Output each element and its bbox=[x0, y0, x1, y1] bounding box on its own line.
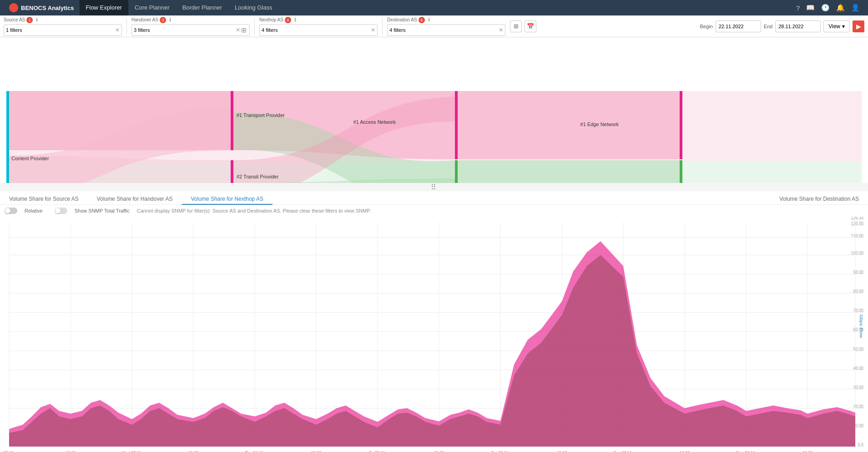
volume-tabs: Volume Share for Source AS Volume Share … bbox=[0, 191, 868, 205]
x-label-12-6: 12:00 bbox=[680, 450, 690, 452]
nexthop-as-badge: 4 bbox=[285, 17, 291, 23]
nav-flow-explorer[interactable]: Flow Explorer bbox=[80, 0, 128, 15]
snmp-toggle-knob bbox=[55, 208, 61, 213]
tab-nexthop-as[interactable]: Volume Share for Nexthop AS bbox=[182, 194, 273, 205]
x-label-12-5: 12:00 bbox=[557, 450, 567, 452]
x-label-12-7: 12:00 bbox=[802, 450, 813, 452]
notifications-icon[interactable]: 🔔 bbox=[836, 4, 845, 12]
flow-next1-dst1 bbox=[458, 91, 680, 159]
destination-as-input-row: ✕ bbox=[387, 24, 505, 36]
x-label-12-2: 12:00 bbox=[188, 450, 199, 452]
x-label-12-3: 12:00 bbox=[311, 450, 322, 452]
nav-core-planner[interactable]: Core Planner bbox=[128, 0, 176, 15]
go-button[interactable]: ▶ bbox=[853, 20, 864, 32]
main-layout: #1 Transport Provider #2 Transit Provide… bbox=[0, 37, 868, 452]
nav-border-planner[interactable]: Border Planner bbox=[176, 0, 228, 15]
handover-as-filter: Handover AS 3 ℹ ✕ ⊞ bbox=[131, 17, 250, 36]
x-label-22: 22.11. bbox=[4, 450, 15, 452]
begin-label: Begin bbox=[700, 24, 712, 29]
handover-as-input[interactable] bbox=[134, 27, 236, 33]
nexthop-as-clear-icon[interactable]: ✕ bbox=[371, 27, 375, 33]
nexthop-as-input-row: ✕ bbox=[259, 24, 378, 36]
begin-date-input[interactable] bbox=[716, 20, 761, 32]
bottom-section: Volume Share for Source AS Volume Share … bbox=[0, 191, 868, 452]
nexthop-as-input[interactable] bbox=[262, 27, 371, 33]
controls-row: Relative Show SNMP Total Traffic Cannot … bbox=[0, 205, 868, 217]
dst-node-2 bbox=[680, 160, 682, 183]
destination-as-badge: 4 bbox=[419, 17, 425, 23]
source-as-info-icon[interactable]: ℹ bbox=[36, 17, 38, 23]
tab-destination-as[interactable]: Volume Share for Destination AS bbox=[770, 194, 868, 205]
end-date-input[interactable] bbox=[775, 20, 821, 32]
x-label-wed23: Wed 23.11. bbox=[121, 450, 142, 452]
sankey-container: #1 Transport Provider #2 Transit Provide… bbox=[0, 37, 868, 183]
y-label-max: 126.33 bbox=[851, 217, 864, 220]
content-provider-label: Content Provider bbox=[11, 156, 49, 161]
handover-node-2 bbox=[231, 160, 233, 183]
x-label-12-4: 12:00 bbox=[434, 450, 444, 452]
brand-name: BENOCS Analytics bbox=[21, 5, 74, 11]
source-as-input-row: ✕ bbox=[4, 24, 122, 36]
source-as-clear-icon[interactable]: ✕ bbox=[115, 27, 120, 33]
destination-as-clear-icon[interactable]: ✕ bbox=[499, 27, 503, 33]
destination-as-info-icon[interactable]: ℹ bbox=[428, 17, 430, 23]
chart-area-pink bbox=[9, 241, 855, 447]
brand: BENOCS Analytics bbox=[4, 3, 80, 12]
source-as-badge: 1 bbox=[26, 17, 33, 23]
tab-handover-as[interactable]: Volume Share for Handover AS bbox=[88, 194, 182, 205]
help-icon[interactable]: ? bbox=[796, 4, 800, 12]
handover-as-info-icon[interactable]: ℹ bbox=[169, 17, 171, 23]
y-label-120: 120.00 bbox=[851, 221, 864, 226]
nav-looking-glass[interactable]: Looking Glass bbox=[228, 0, 278, 15]
filter-all-icon[interactable]: ⊞ bbox=[510, 20, 522, 32]
y-label-0: 0.0 bbox=[858, 442, 863, 447]
source-as-filter: Source AS 1 ℹ ✕ bbox=[4, 17, 122, 36]
relative-toggle[interactable] bbox=[5, 208, 17, 214]
hop2-label: #2 Transit Provider bbox=[237, 174, 279, 179]
destination-as-filter: Destination AS 4 ℹ ✕ bbox=[387, 17, 505, 36]
relative-label: Relative bbox=[25, 208, 43, 213]
dst-node-1 bbox=[680, 91, 682, 159]
docs-icon[interactable]: 📖 bbox=[806, 4, 815, 12]
x-label-fri25: Fri 25.11. bbox=[369, 450, 386, 452]
source-as-input[interactable] bbox=[6, 27, 115, 33]
source-node bbox=[6, 91, 9, 183]
handover-as-input-row: ✕ ⊞ bbox=[131, 24, 250, 36]
handover-as-expand-icon[interactable]: ⊞ bbox=[240, 26, 247, 34]
source-as-label: Source AS 1 ℹ bbox=[4, 17, 122, 23]
destination-as-input[interactable] bbox=[389, 27, 499, 33]
filterbar: Source AS 1 ℹ ✕ Handover AS 3 ℹ ✕ ⊞ Next… bbox=[0, 15, 868, 37]
snmp-toggle[interactable] bbox=[55, 208, 67, 214]
x-label-12-1: 12:00 bbox=[66, 450, 76, 452]
nexthop-node-2 bbox=[455, 160, 458, 183]
handover-as-label: Handover AS 3 ℹ bbox=[131, 17, 250, 23]
separator-1 bbox=[126, 18, 127, 35]
date-group: Begin End View ▾ ▶ bbox=[700, 20, 864, 32]
chart-svg: 0.0 10.00 20.00 30.00 40.00 50.00 60.00 … bbox=[0, 217, 868, 452]
flow-next2-dst2 bbox=[458, 160, 680, 183]
drag-dots-icon: ⠿ bbox=[431, 183, 437, 192]
handover-as-clear-icon[interactable]: ✕ bbox=[236, 27, 240, 33]
view-button[interactable]: View ▾ bbox=[823, 20, 850, 32]
toggle-knob bbox=[5, 208, 10, 213]
topnav: BENOCS Analytics Flow Explorer Core Plan… bbox=[0, 0, 868, 15]
user-icon[interactable]: 👤 bbox=[851, 4, 860, 12]
drag-handle[interactable]: ⠿ bbox=[0, 183, 868, 191]
separator-3 bbox=[382, 18, 383, 35]
next1-label: #1 Access Network bbox=[353, 119, 396, 125]
calendar-icon[interactable]: 📅 bbox=[525, 20, 536, 32]
nexthop-as-label: Nexthop AS 4 ℹ bbox=[259, 17, 378, 23]
x-label-sat26: Sat 26.11. bbox=[491, 450, 510, 452]
topnav-icons: ? 📖 🕐 🔔 👤 bbox=[796, 4, 864, 12]
handover-as-badge: 3 bbox=[160, 17, 166, 23]
x-label-thu24: Thu 24.11. bbox=[245, 450, 265, 452]
x-label-sun27: Sun 27.11. bbox=[613, 450, 633, 452]
nexthop-as-filter: Nexthop AS 4 ℹ ✕ bbox=[259, 17, 378, 36]
nexthop-node-1 bbox=[455, 91, 458, 159]
tab-source-as[interactable]: Volume Share for Source AS bbox=[0, 194, 88, 205]
dst1-label: #1 Edge Network bbox=[580, 122, 619, 127]
logo-icon bbox=[9, 3, 18, 12]
nexthop-as-info-icon[interactable]: ℹ bbox=[294, 17, 296, 23]
history-icon[interactable]: 🕐 bbox=[821, 4, 830, 12]
destination-as-label: Destination AS 4 ℹ bbox=[387, 17, 505, 23]
